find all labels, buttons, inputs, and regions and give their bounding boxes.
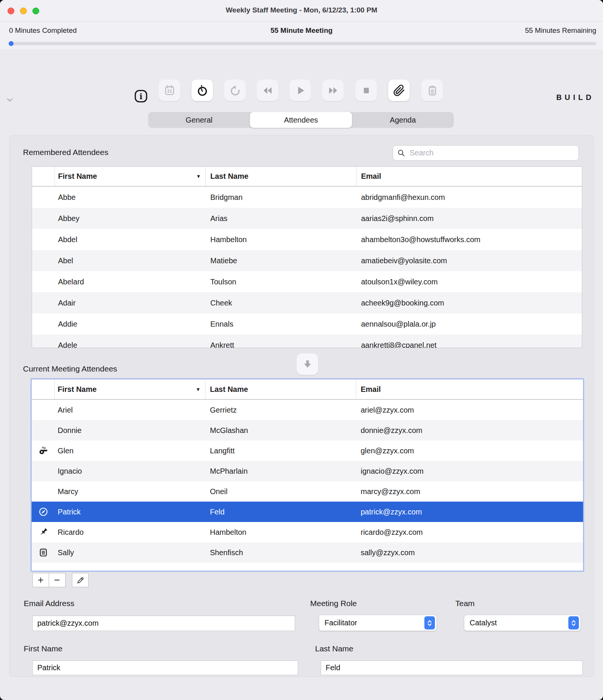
progress-indicator-dot <box>9 41 14 46</box>
add-attendee-button[interactable]: + <box>32 573 49 587</box>
cell-first-name: Abelard <box>55 278 206 286</box>
last-name-column-header[interactable]: Last Name <box>206 167 357 186</box>
remove-attendee-button[interactable]: − <box>49 573 66 587</box>
cell-email: sally@zzyx.com <box>356 548 583 557</box>
cell-email: marcy@zzyx.com <box>356 487 583 496</box>
cell-last-name: Ennals <box>206 320 357 329</box>
remembered-attendees-table[interactable]: First Name ▼ Last Name Email AbbeBridgma… <box>32 166 582 348</box>
calendar-icon[interactable]: 31 <box>159 80 180 101</box>
cell-first-name: Ricardo <box>55 528 205 537</box>
cell-email: abridgmanfi@hexun.com <box>357 193 582 202</box>
pencil-icon <box>76 576 85 585</box>
cell-last-name: Matiebe <box>206 256 357 265</box>
toolbar: i 31 BUILD <box>0 49 603 112</box>
current-attendees-title: Current Meeting Attendees <box>23 364 117 373</box>
tab-bar: General Attendees Agenda <box>148 112 454 128</box>
timer-icon[interactable] <box>191 80 213 101</box>
cell-first-name: Donnie <box>55 426 205 435</box>
table-row-selected[interactable]: PatrickFeldpatrick@zzyx.com <box>32 502 583 522</box>
table-row[interactable]: AbbeyAriasaarias2i@sphinn.com <box>32 208 582 229</box>
cell-first-name: Abel <box>55 256 206 265</box>
email-column-header[interactable]: Email <box>356 379 583 399</box>
tab-attendees[interactable]: Attendees <box>250 112 352 128</box>
last-name-field[interactable] <box>321 660 583 675</box>
team-value: Catalyst <box>470 619 568 627</box>
email-column-header[interactable]: Email <box>357 167 582 186</box>
progress-bar <box>9 42 596 45</box>
tab-agenda[interactable]: Agenda <box>352 112 454 128</box>
current-attendees-table-focus-ring: First Name ▼ Last Name Email ArielGerrie… <box>31 378 584 572</box>
cell-email: acheek9g@booking.com <box>357 299 582 307</box>
table-row[interactable]: AdeleAnkrettaankretti8@cpanel.net <box>32 335 582 348</box>
cell-email: aennalsou@plala.or.jp <box>357 320 582 329</box>
table-row[interactable]: MarcyOneilmarcy@zzyx.com <box>32 481 583 502</box>
column-label: First Name <box>58 385 96 394</box>
table-row[interactable]: DonnieMcGlashandonnie@zzyx.com <box>32 420 583 441</box>
table-row[interactable]: RicardoHambeltonricardo@zzyx.com <box>32 522 583 542</box>
cell-first-name: Sally <box>55 548 205 557</box>
meeting-length-label: 55 Minute Meeting <box>0 26 603 35</box>
cell-email: ahambelton3o@howstuffworks.com <box>357 235 582 244</box>
window-title: Weekly Staff Meeting - Mon, 6/12/23, 1:0… <box>0 6 603 14</box>
sort-descending-icon: ▼ <box>196 387 200 392</box>
table-row[interactable]: AddieEnnalsaennalsou@plala.or.jp <box>32 313 582 335</box>
table-row[interactable]: ArielGerrietzariel@zzyx.com <box>32 400 583 420</box>
meeting-role-value: Facilitator <box>324 619 424 627</box>
table-row[interactable]: AbelMatiebeamatiebeiv@yolasite.com <box>32 250 582 271</box>
cell-first-name: Abdel <box>55 235 206 244</box>
first-name-column-header[interactable]: First Name ▼ <box>55 379 205 399</box>
title-bar: Weekly Staff Meeting - Mon, 6/12/23, 1:0… <box>0 0 603 21</box>
add-to-meeting-button[interactable] <box>297 353 318 375</box>
search-icon <box>397 149 406 157</box>
table-row[interactable]: AbbeBridgmanabridgmanfi@hexun.com <box>32 187 582 208</box>
cell-last-name: Hambelton <box>205 528 356 537</box>
edit-attendee-button[interactable] <box>72 573 89 587</box>
team-dropdown[interactable]: Catalyst <box>464 615 581 631</box>
search-input[interactable] <box>409 148 569 158</box>
rewind-icon[interactable] <box>257 80 278 101</box>
move-down-arrow-icon <box>302 359 313 370</box>
cell-first-name: Adair <box>55 299 206 307</box>
email-address-field[interactable] <box>32 616 295 631</box>
table-row[interactable]: AbelardToulsonatoulson1x@wiley.com <box>32 271 582 292</box>
cell-email: ariel@zzyx.com <box>356 406 583 414</box>
cell-last-name: Oneil <box>205 487 356 496</box>
last-name-column-header[interactable]: Last Name <box>205 379 356 399</box>
app-window: Weekly Staff Meeting - Mon, 6/12/23, 1:0… <box>0 0 603 700</box>
meeting-role-label: Meeting Role <box>310 599 357 608</box>
pushpin-icon <box>38 527 48 537</box>
cell-email: ricardo@zzyx.com <box>356 528 583 537</box>
column-label: First Name <box>58 172 97 181</box>
reset-icon[interactable] <box>224 80 246 101</box>
cell-last-name: Langfitt <box>205 447 356 455</box>
meeting-role-dropdown[interactable]: Facilitator <box>319 615 437 631</box>
table-row[interactable]: AdairCheekacheek9g@booking.com <box>32 292 582 313</box>
paperclip-icon[interactable] <box>388 80 410 101</box>
cell-last-name: Ankrett <box>206 341 357 348</box>
info-icon[interactable]: i <box>134 89 148 103</box>
table-row[interactable]: SallyShenfischsally@zzyx.com <box>32 542 583 563</box>
chevron-down-icon[interactable] <box>5 95 14 104</box>
cell-first-name: Adele <box>55 341 206 348</box>
first-name-column-header[interactable]: First Name ▼ <box>55 167 206 186</box>
current-attendees-table[interactable]: First Name ▼ Last Name Email ArielGerrie… <box>32 379 583 571</box>
search-field[interactable] <box>393 145 579 161</box>
team-label: Team <box>455 599 474 608</box>
fast-forward-icon[interactable] <box>322 80 344 101</box>
notes-icon[interactable] <box>421 80 443 101</box>
cell-last-name: Arias <box>206 214 357 223</box>
cell-email: ignacio@zzyx.com <box>356 467 583 476</box>
table-row[interactable]: GlenLangfittglen@zzyx.com <box>32 441 583 461</box>
sort-descending-icon: ▼ <box>196 173 201 179</box>
stop-icon[interactable] <box>355 80 377 101</box>
cell-last-name: Shenfisch <box>205 548 356 557</box>
table-row[interactable]: IgnacioMcPharlainignacio@zzyx.com <box>32 461 583 481</box>
play-icon[interactable] <box>289 80 311 101</box>
first-name-field[interactable] <box>32 660 298 675</box>
cell-first-name: Addie <box>55 320 206 329</box>
icon-column-header <box>32 379 55 399</box>
table-row[interactable]: AbdelHambeltonahambelton3o@howstuffworks… <box>32 229 582 250</box>
row-action-buttons: + − <box>32 573 89 587</box>
cell-email: glen@zzyx.com <box>356 447 583 455</box>
tab-general[interactable]: General <box>148 112 250 128</box>
